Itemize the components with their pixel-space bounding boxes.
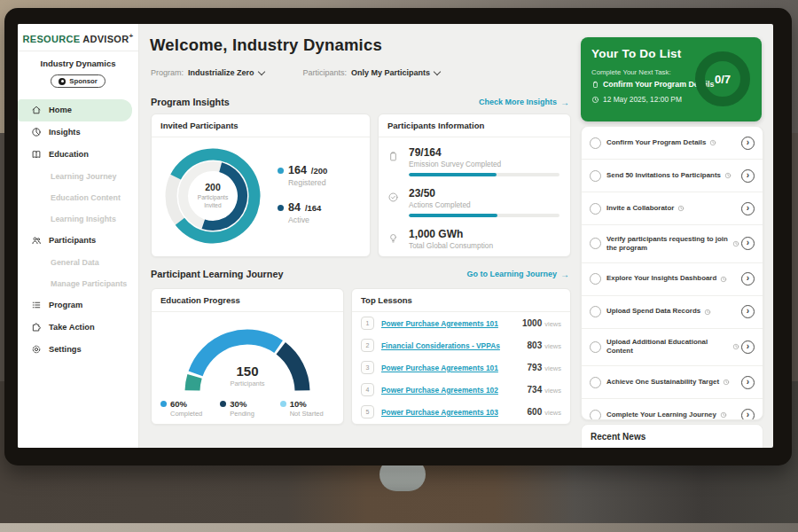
task-row[interactable]: Complete Your Learning Journey › (582, 399, 763, 420)
sidebar-item-learning-journey[interactable]: Learning Journey (18, 166, 138, 187)
task-open-button[interactable]: › (741, 340, 755, 354)
legend-dot (278, 168, 284, 174)
check-more-insights-link[interactable]: Check More Insights → (479, 98, 569, 107)
org-name: Industry Dynamics (18, 59, 138, 68)
task-open-button[interactable]: › (741, 137, 755, 150)
legend-completed: 60% Completed (160, 399, 220, 418)
recent-news-card: Recent News (581, 424, 763, 448)
invited-participants-card: Invited Participants 200 Participants In… (151, 113, 371, 257)
task-row[interactable]: Send 50 Invitations to Participants › (582, 160, 763, 192)
task-row[interactable]: Upload Additional Educational Content › (582, 329, 763, 367)
rank-badge: 4 (361, 383, 374, 396)
task-row[interactable]: Upload Spend Data Records › (582, 296, 763, 329)
card-title: Top Lessons (352, 289, 570, 312)
sidebar-item-take-action[interactable]: Take Action (18, 317, 138, 339)
lesson-row: 4 Power Purchase Agreements 102 734views (352, 379, 570, 401)
gauge-legend: 60% Completed 30% Pending 10% Not Starte… (160, 399, 340, 418)
stat-actions-completed: 23/50 Actions Completed (387, 187, 559, 217)
consumption-icon (387, 231, 399, 243)
stat-global-consumption: 1,000 GWh Total Global Consumption (387, 228, 559, 250)
task-open-button[interactable]: › (741, 169, 755, 183)
donut-legend: 164/200 Registered 84/164 Active (278, 164, 327, 239)
sidebar-item-general-data[interactable]: General Data (18, 252, 138, 273)
list-icon (31, 300, 42, 310)
sidebar-item-settings[interactable]: Settings (18, 339, 138, 361)
task-open-button[interactable]: › (741, 305, 755, 318)
sidebar-item-education-content[interactable]: Education Content (18, 187, 138, 208)
todo-hero-card: Your To Do List Complete Your Next Task:… (581, 37, 762, 121)
sponsor-badge[interactable]: Sponsor (51, 74, 106, 88)
rank-badge: 2 (361, 339, 374, 352)
sidebar-item-manage-participants[interactable]: Manage Participants (18, 273, 138, 294)
todo-next-task: Confirm Your Program Details (591, 80, 701, 89)
sidebar-item-insights[interactable]: Insights (18, 121, 138, 144)
legend-dot (220, 401, 226, 407)
task-checkbox[interactable] (590, 170, 601, 182)
logo-advisor: ADVISOR (82, 34, 129, 44)
sidebar-item-participants[interactable]: Participants (18, 230, 138, 252)
task-row[interactable]: Explore Your Insights Dashboard › (582, 263, 763, 296)
task-row[interactable]: Achieve One Sustainability Target › (582, 366, 763, 399)
todo-due-date: 12 May 2025, 12:00 PM (591, 95, 682, 104)
task-open-button[interactable]: › (741, 272, 755, 286)
top-lessons-card: Top Lessons 1 Power Purchase Agreements … (351, 288, 571, 425)
sidebar: RESOURCE ADVISOR+ Industry Dynamics Spon… (18, 24, 139, 448)
lessons-list: 1 Power Purchase Agreements 101 1000view… (352, 312, 570, 423)
clock-icon (709, 139, 716, 146)
sponsor-label: Sponsor (69, 77, 98, 85)
task-open-button[interactable]: › (741, 376, 755, 389)
clock-icon (677, 205, 685, 212)
rank-badge: 1 (361, 317, 374, 330)
program-filter[interactable]: Program: Industrialize Zero (151, 68, 264, 77)
lesson-link[interactable]: Power Purchase Agreements 101 (381, 319, 498, 328)
lesson-link[interactable]: Power Purchase Agreements 102 (381, 386, 498, 395)
task-checkbox[interactable] (590, 203, 601, 215)
legend-dot (160, 401, 167, 407)
rank-badge: 5 (361, 405, 374, 419)
filters-bar: Program: Industrialize Zero Participants… (151, 68, 440, 77)
lesson-link[interactable]: Power Purchase Agreements 101 (381, 364, 498, 372)
task-checkbox[interactable] (590, 238, 601, 249)
card-title: Invited Participants (152, 114, 370, 137)
progress-track (409, 173, 559, 176)
clipboard-icon (591, 81, 599, 89)
clock-icon (732, 240, 739, 247)
task-open-button[interactable]: › (741, 409, 755, 420)
sidebar-item-education[interactable]: Education (18, 144, 138, 166)
sidebar-item-home[interactable]: Home (18, 99, 132, 121)
legend-dot (280, 401, 286, 407)
sidebar-item-program[interactable]: Program (18, 294, 138, 317)
task-checkbox[interactable] (590, 306, 601, 317)
chevron-down-icon (434, 67, 441, 74)
task-open-button[interactable]: › (741, 202, 755, 215)
book-icon (31, 149, 42, 160)
task-checkbox[interactable] (590, 137, 601, 149)
scene: RESOURCE ADVISOR+ Industry Dynamics Spon… (0, 0, 798, 532)
card-title: Participants Information (379, 114, 570, 137)
main-content: Welcome, Industry Dynamics Program: Indu… (138, 24, 576, 448)
clock-icon (720, 411, 727, 419)
task-checkbox[interactable] (590, 377, 601, 388)
sidebar-item-learning-insights[interactable]: Learning Insights (18, 208, 138, 230)
clock-icon (723, 379, 730, 386)
go-to-learning-journey-link[interactable]: Go to Learning Journey → (466, 270, 569, 279)
task-row[interactable]: Confirm Your Program Details › (582, 127, 763, 160)
task-checkbox[interactable] (590, 273, 601, 285)
lesson-row: 5 Power Purchase Agreements 103 600views (352, 401, 570, 423)
lesson-link[interactable]: Power Purchase Agreements 103 (381, 408, 498, 417)
todo-panel: Your To Do List Complete Your Next Task:… (576, 24, 773, 448)
lesson-row: 1 Power Purchase Agreements 101 1000view… (352, 312, 570, 334)
card-title: Education Progress (152, 289, 343, 312)
participants-filter[interactable]: Participants: Only My Participants (303, 68, 441, 77)
task-row[interactable]: Verify participants requesting to join t… (582, 225, 763, 263)
task-checkbox[interactable] (590, 341, 601, 353)
home-icon (31, 105, 42, 115)
sponsor-icon (59, 78, 66, 85)
donut-center-label: 200 Participants Invited (159, 142, 267, 250)
task-open-button[interactable]: › (741, 237, 755, 250)
task-checkbox[interactable] (590, 410, 601, 420)
legend-not-started: 10% Not Started (280, 399, 340, 418)
task-row[interactable]: Invite a Collaborator › (582, 192, 763, 225)
lesson-link[interactable]: Financial Considerations - VPPAs (381, 341, 500, 350)
lesson-row: 3 Power Purchase Agreements 101 793views (352, 356, 570, 379)
